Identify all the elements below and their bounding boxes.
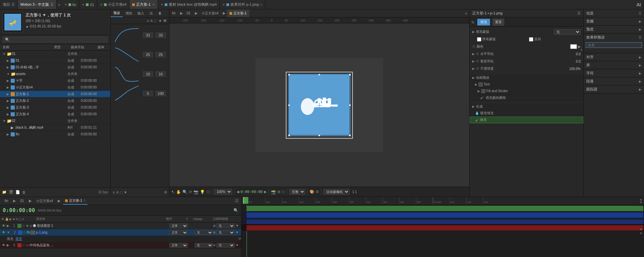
fill-mask-select[interactable]: 无: [554, 29, 581, 35]
motion-tab-add[interactable]: 增加: [123, 9, 135, 17]
tab-effects[interactable]: ✕ 效果控件 p-1.png =: [220, 0, 265, 9]
layer3-trkmat-select[interactable]: 无: [195, 243, 213, 248]
grid-icon[interactable]: ⊞: [277, 190, 280, 194]
curve-val6-input[interactable]: [156, 71, 166, 77]
scroll-up[interactable]: ▲: [640, 198, 642, 201]
layer2-eye[interactable]: 👁: [2, 231, 5, 234]
comp-viewport[interactable]: [169, 23, 469, 187]
motion-frame-icon[interactable]: □: [154, 19, 156, 23]
mask-icon[interactable]: ◻: [282, 190, 285, 194]
select-tool[interactable]: ↖: [171, 190, 175, 194]
curve-val4-input[interactable]: [156, 52, 166, 57]
curve-val2-input[interactable]: [156, 33, 166, 38]
tab-motion[interactable]: Motion 3 - 中文版 ☰: [18, 0, 57, 9]
char-section-title[interactable]: 字符 ▶: [584, 69, 644, 77]
fill-sub-value[interactable]: 重置: [15, 237, 22, 241]
tree-item-folder-01[interactable]: ▼ 📁 01 文件夹: [0, 51, 110, 57]
tl-menu-icon[interactable]: ☰: [235, 199, 238, 203]
layer3-mode-select[interactable]: 正常: [169, 243, 188, 248]
track-sub[interactable]: [241, 218, 644, 224]
tree-item-fin[interactable]: ▶ fin 合成 0:00:00:00: [0, 131, 110, 138]
layer3-star[interactable]: ☆: [22, 243, 25, 247]
layer2-parent-select[interactable]: 无: [216, 230, 235, 235]
track-1[interactable]: [241, 205, 644, 212]
layer1-eye[interactable]: 👁: [2, 224, 5, 228]
fill-reset-icon[interactable]: ⟳: [238, 237, 241, 241]
new-comp-icon[interactable]: 🎬: [9, 190, 13, 194]
tree-item-video[interactable]: ▶ .black b...枫醉.mp4 AVI 0:00:01:11: [0, 124, 110, 131]
close-icon3[interactable]: ✕: [100, 3, 103, 6]
comp-view-tab-fin[interactable]: fin: [169, 9, 179, 17]
vfeather-expand[interactable]: ▶: [472, 60, 475, 63]
hfeather-expand[interactable]: ▶: [472, 52, 475, 56]
fill-section[interactable]: 🖌 填充: [470, 117, 583, 123]
tl-tab-01[interactable]: 01: [18, 197, 26, 205]
tab-project[interactable]: 项目 ☰: [0, 0, 18, 9]
layer1-parent-select[interactable]: 无: [216, 223, 235, 228]
animation-section[interactable]: ▶ 动画预设: [470, 74, 583, 81]
tl-layer-1[interactable]: 👁 ▶ 1 ☆ ★ ◎ ⬟ 形状图层 1 正常: [0, 222, 241, 229]
motion-tab-input[interactable]: 输入: [135, 9, 147, 17]
fill-mask-expand[interactable]: ▶: [472, 30, 475, 34]
handle-br[interactable]: [349, 134, 351, 136]
new-folder-icon[interactable]: 📁: [2, 190, 7, 194]
layer1-mode-select[interactable]: 正常: [169, 223, 188, 228]
tl-layer-2[interactable]: 👁 ▼ 2 ☆ /fx p-1.png 正常: [0, 229, 241, 236]
curve-val1-input[interactable]: [143, 33, 153, 38]
color-icon[interactable]: 🎨: [310, 190, 314, 194]
track-3[interactable]: [241, 224, 644, 231]
tree-item-assets[interactable]: ▼ 📁 assets 文件夹: [0, 71, 110, 77]
handle-tc[interactable]: [318, 74, 320, 76]
layer1-collapse[interactable]: ▶: [7, 224, 9, 228]
motion-settings-icon[interactable]: ⊕: [163, 18, 166, 23]
motion-bottom-text[interactable]: A: [116, 190, 118, 194]
motion-bottom-frame[interactable]: □: [120, 190, 122, 194]
close-icon2[interactable]: ✕: [82, 3, 85, 6]
opacity-timer[interactable]: ⏱: [476, 67, 479, 70]
tab-material[interactable]: ✕ 素材 black box @惜枫醉.mp4: [158, 0, 220, 9]
view-forward-btn[interactable]: »: [463, 11, 469, 16]
layer2-collapse[interactable]: ▼: [7, 231, 10, 234]
selection-box[interactable]: [288, 74, 351, 136]
track-2[interactable]: [241, 212, 644, 218]
next-frame[interactable]: ▶: [264, 190, 267, 194]
comp-settings-icon[interactable]: ⚙: [316, 190, 319, 194]
motion-bottom-plus[interactable]: ⊕: [164, 190, 167, 194]
curve-val7-input[interactable]: [143, 91, 153, 96]
motion-tab-out[interactable]: 出: [147, 9, 156, 17]
layer3-parent-select[interactable]: 无: [216, 243, 235, 248]
quality-select[interactable]: 完整: [289, 189, 305, 195]
tl-search-btn[interactable]: 🔍: [233, 208, 238, 213]
curve-val8-input[interactable]: [156, 91, 166, 96]
handle-bc[interactable]: [318, 134, 320, 136]
eyedropper-section[interactable]: 💧 吸管填充: [470, 110, 583, 117]
comp-view-tab-small[interactable]: 小正方形x4: [199, 9, 222, 17]
motion-close-icon[interactable]: ▼: [158, 19, 162, 23]
zoom-tool[interactable]: 🔍: [182, 190, 187, 194]
motion-bottom-align[interactable]: ≡: [113, 190, 115, 194]
tree-item-sq1[interactable]: ▶ 正方形-1 合成 0:00:00:00: [0, 91, 110, 98]
preview-section-title[interactable]: 预览 ▶: [584, 25, 644, 33]
layer2-mode-select[interactable]: 正常: [169, 230, 188, 235]
motion-tab-delete[interactable]: 🗑: [156, 9, 164, 17]
effects-menu-icon[interactable]: ☰: [577, 11, 581, 15]
camera-tool[interactable]: 📷: [194, 190, 199, 194]
handle-tr[interactable]: [349, 74, 351, 76]
tree-item-folder-02[interactable]: ▼ 📁 02 文件夹: [0, 118, 110, 124]
fill-stroke-section[interactable]: ▶ Fill and Stroke: [470, 88, 583, 94]
all-masks-checkbox[interactable]: [477, 37, 481, 42]
opacity-expand[interactable]: ▶: [472, 67, 475, 70]
light-tool[interactable]: 💡: [200, 190, 205, 194]
motion-text-icon[interactable]: A: [150, 19, 153, 23]
layer2-dropdown[interactable]: ▼: [235, 231, 239, 234]
vfeather-timer[interactable]: ⏱: [476, 60, 479, 63]
layer1-fx[interactable]: ★: [26, 224, 29, 228]
motion-menu-icon[interactable]: ☰: [50, 2, 54, 7]
mask-tool[interactable]: ⬡: [206, 190, 210, 194]
hfeather-timer[interactable]: ⏱: [476, 52, 479, 56]
comp-view-tab-01[interactable]: 01: [184, 9, 194, 17]
project-search-input[interactable]: [3, 37, 108, 43]
reverse-checkbox[interactable]: [529, 37, 533, 42]
handle-ml[interactable]: [288, 104, 290, 106]
prev-frame[interactable]: ◀: [236, 190, 239, 194]
